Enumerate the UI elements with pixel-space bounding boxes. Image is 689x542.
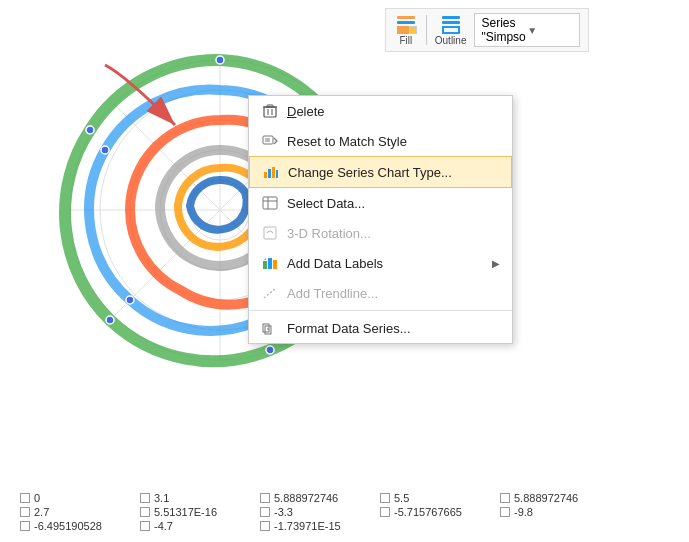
cell-value: -3.3 <box>274 506 293 518</box>
svg-point-15 <box>126 296 134 304</box>
cell-checkbox <box>140 493 150 503</box>
svg-rect-36 <box>273 260 277 269</box>
delete-label: Delete <box>287 104 500 119</box>
cell-checkbox <box>20 507 30 517</box>
cell-value: 3.1 <box>154 492 169 504</box>
data-row: 2.7 5.51317E-16 -3.3 -5.715767665 -9.8 <box>20 506 670 518</box>
data-cell: -5.715767665 <box>380 506 500 518</box>
data-cell: 5.5 <box>380 492 500 504</box>
menu-item-change-chart[interactable]: Change Series Chart Type... <box>249 156 512 188</box>
data-cell <box>380 520 500 532</box>
data-table: 0 3.1 5.888972746 5.5 5.888972746 2.7 5.… <box>20 492 670 534</box>
data-cell: -9.8 <box>500 506 620 518</box>
data-cell: 3.1 <box>140 492 260 504</box>
data-cell: 5.51317E-16 <box>140 506 260 518</box>
svg-text:+: + <box>264 256 267 261</box>
svg-rect-34 <box>263 261 267 269</box>
menu-separator <box>249 310 512 311</box>
series-label: Series "Simpso <box>481 16 527 44</box>
fill-button[interactable]: Fill <box>394 15 418 46</box>
outline-label: Outline <box>435 35 467 46</box>
data-cell <box>500 520 620 532</box>
data-cell: 5.888972746 <box>260 492 380 504</box>
data-cell: 0 <box>20 492 140 504</box>
svg-rect-30 <box>263 197 277 209</box>
menu-item-format-series[interactable]: Format Data Series... <box>249 313 512 343</box>
cell-value: -1.73971E-15 <box>274 520 341 532</box>
cell-checkbox <box>260 521 270 531</box>
trendline-icon <box>261 284 279 302</box>
outline-button[interactable]: Outline <box>435 15 467 46</box>
menu-item-reset[interactable]: Reset to Match Style <box>249 126 512 156</box>
change-chart-label: Change Series Chart Type... <box>288 165 499 180</box>
data-cell: -4.7 <box>140 520 260 532</box>
cell-checkbox <box>140 507 150 517</box>
menu-item-select-data[interactable]: Select Data... <box>249 188 512 218</box>
svg-line-38 <box>264 288 276 298</box>
data-cell: 5.888972746 <box>500 492 620 504</box>
fill-label: Fill <box>399 35 412 46</box>
add-labels-label: Add Data Labels <box>287 256 484 271</box>
cell-checkbox <box>20 493 30 503</box>
chevron-down-icon: ▼ <box>527 25 573 36</box>
svg-rect-35 <box>268 258 272 269</box>
chart-type-icon <box>262 163 280 181</box>
svg-rect-26 <box>264 172 267 178</box>
menu-item-delete[interactable]: Delete <box>249 96 512 126</box>
cell-value: 2.7 <box>34 506 49 518</box>
select-data-icon <box>261 194 279 212</box>
cell-checkbox <box>500 507 510 517</box>
cell-value: -4.7 <box>154 520 173 532</box>
data-cell: -3.3 <box>260 506 380 518</box>
data-row: 0 3.1 5.888972746 5.5 5.888972746 <box>20 492 670 504</box>
svg-rect-40 <box>265 326 271 334</box>
menu-item-3d-rotation: 3-D Rotation... <box>249 218 512 248</box>
cell-checkbox <box>380 493 390 503</box>
svg-rect-39 <box>263 324 269 332</box>
reset-label: Reset to Match Style <box>287 134 500 149</box>
format-series-label: Format Data Series... <box>287 321 500 336</box>
add-trendline-label: Add Trendline... <box>287 286 500 301</box>
svg-rect-23 <box>263 136 273 144</box>
cell-value: -9.8 <box>514 506 533 518</box>
cell-checkbox <box>140 521 150 531</box>
cell-value: 5.5 <box>394 492 409 504</box>
rotation-icon <box>261 224 279 242</box>
format-series-icon <box>261 319 279 337</box>
cell-value: 0 <box>34 492 40 504</box>
cell-value: -5.715767665 <box>394 506 462 518</box>
cell-checkbox <box>500 493 510 503</box>
svg-rect-27 <box>268 169 271 178</box>
data-cell: -6.495190528 <box>20 520 140 532</box>
reset-icon <box>261 132 279 150</box>
data-row: -6.495190528 -4.7 -1.73971E-15 <box>20 520 670 532</box>
svg-rect-29 <box>276 170 278 178</box>
cell-value: 5.51317E-16 <box>154 506 217 518</box>
data-labels-icon: + <box>261 254 279 272</box>
svg-rect-28 <box>272 167 275 178</box>
cell-value: 5.888972746 <box>514 492 578 504</box>
data-cell: -1.73971E-15 <box>260 520 380 532</box>
series-dropdown[interactable]: Series "Simpso ▼ <box>474 13 580 47</box>
delete-icon <box>261 102 279 120</box>
context-menu: Delete Reset to Match Style Change Serie… <box>248 95 513 344</box>
toolbar: Fill Outline Series "Simpso ▼ <box>385 8 589 52</box>
submenu-arrow-icon: ▶ <box>492 258 500 269</box>
cell-checkbox <box>380 507 390 517</box>
data-cell: 2.7 <box>20 506 140 518</box>
svg-point-12 <box>106 316 114 324</box>
cell-value: 5.888972746 <box>274 492 338 504</box>
red-arrow <box>95 55 215 158</box>
svg-point-13 <box>86 126 94 134</box>
svg-point-10 <box>216 56 224 64</box>
select-data-label: Select Data... <box>287 196 500 211</box>
menu-item-add-labels[interactable]: + Add Data Labels ▶ <box>249 248 512 278</box>
cell-checkbox <box>260 493 270 503</box>
3d-rotation-label: 3-D Rotation... <box>287 226 500 241</box>
svg-rect-33 <box>264 227 276 239</box>
menu-item-add-trendline: Add Trendline... <box>249 278 512 308</box>
cell-value: -6.495190528 <box>34 520 102 532</box>
svg-rect-18 <box>264 107 276 117</box>
cell-checkbox <box>20 521 30 531</box>
svg-point-14 <box>266 346 274 354</box>
